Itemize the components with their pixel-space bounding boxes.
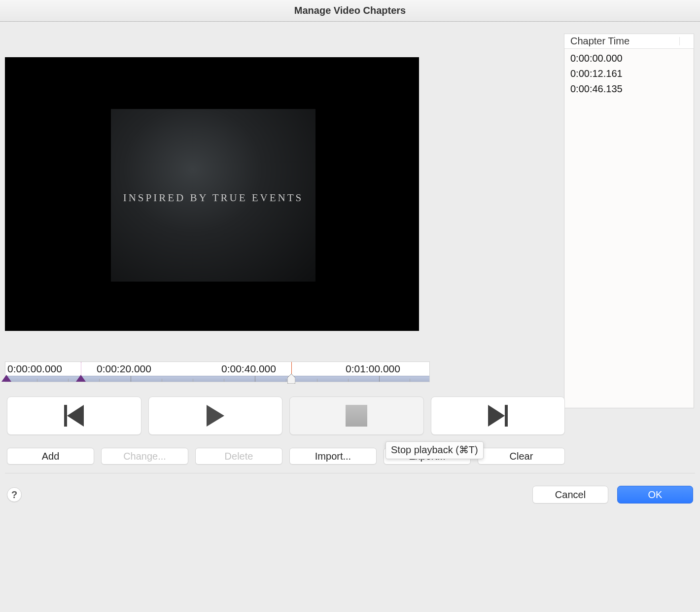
chapter-list-header-label: Chapter Time xyxy=(570,36,630,47)
timeline-tick-label: 0:00:20.000 xyxy=(97,363,151,375)
chapter-list-panel: Chapter Time 0:00:00.000 0:00:12.161 0:0… xyxy=(564,34,694,408)
stop-button[interactable] xyxy=(289,396,424,435)
play-button[interactable] xyxy=(148,396,283,435)
timeline-tick-minor xyxy=(317,379,317,382)
timeline[interactable]: 0:00:00.000 0:00:20.000 0:00:40.000 0:01… xyxy=(5,361,430,382)
next-chapter-button[interactable] xyxy=(431,396,565,435)
timeline-tick-minor xyxy=(286,379,286,382)
timeline-tick-minor xyxy=(99,379,100,382)
window-title: Manage Video Chapters xyxy=(294,5,406,16)
timeline-tick xyxy=(379,376,380,382)
video-preview[interactable]: INSPIRED BY TRUE EVENTS xyxy=(5,57,419,331)
timeline-track[interactable] xyxy=(5,376,429,382)
ok-button[interactable]: OK xyxy=(617,486,693,504)
timeline-tick xyxy=(131,376,131,382)
timeline-tick-label: 0:00:40.000 xyxy=(221,363,276,375)
timeline-tick-minor xyxy=(224,379,224,382)
play-icon xyxy=(207,405,224,427)
change-button[interactable]: Change... xyxy=(101,448,188,465)
chapter-row[interactable]: 0:00:12.161 xyxy=(570,66,688,81)
chapter-list-header[interactable]: Chapter Time xyxy=(564,34,694,49)
prev-chapter-button[interactable] xyxy=(7,396,141,435)
window-titlebar: Manage Video Chapters xyxy=(0,0,700,22)
delete-button[interactable]: Delete xyxy=(195,448,282,465)
video-frame: INSPIRED BY TRUE EVENTS xyxy=(111,109,315,282)
timeline-tick-minor xyxy=(68,379,69,382)
chapter-row[interactable]: 0:00:46.135 xyxy=(570,81,688,97)
timeline-scrubber[interactable] xyxy=(287,374,295,384)
timeline-tick-minor xyxy=(162,379,162,382)
dialog-footer: ? Cancel OK xyxy=(7,484,693,505)
timeline-tick-label: 0:00:00.000 xyxy=(7,363,62,375)
timeline-tick-minor xyxy=(193,379,193,382)
timeline-tick-minor xyxy=(348,379,349,382)
import-button[interactable]: Import... xyxy=(289,448,377,465)
skip-back-icon xyxy=(64,405,84,427)
help-button[interactable]: ? xyxy=(7,487,22,502)
separator xyxy=(5,473,695,473)
skip-forward-icon xyxy=(488,405,508,427)
add-button[interactable]: Add xyxy=(7,448,94,465)
timeline-tick-minor xyxy=(37,379,37,382)
chapter-marker-icon[interactable] xyxy=(1,375,11,382)
chapter-list[interactable]: 0:00:00.000 0:00:12.161 0:00:46.135 xyxy=(564,49,694,101)
video-overlay-text: INSPIRED BY TRUE EVENTS xyxy=(111,192,315,204)
timeline-tick-minor xyxy=(410,379,410,382)
cancel-button[interactable]: Cancel xyxy=(532,486,608,504)
transport-controls xyxy=(7,396,565,435)
timeline-tick xyxy=(255,376,255,382)
timeline-tick-label: 0:01:00.000 xyxy=(346,363,400,375)
chapter-marker-icon[interactable] xyxy=(76,375,86,382)
tooltip: Stop playback (⌘T) xyxy=(385,441,484,459)
clear-button[interactable]: Clear xyxy=(478,448,565,465)
stop-icon xyxy=(346,405,367,427)
content-area: INSPIRED BY TRUE EVENTS Chapter Time 0:0… xyxy=(0,22,700,612)
chapter-row[interactable]: 0:00:00.000 xyxy=(570,51,688,66)
